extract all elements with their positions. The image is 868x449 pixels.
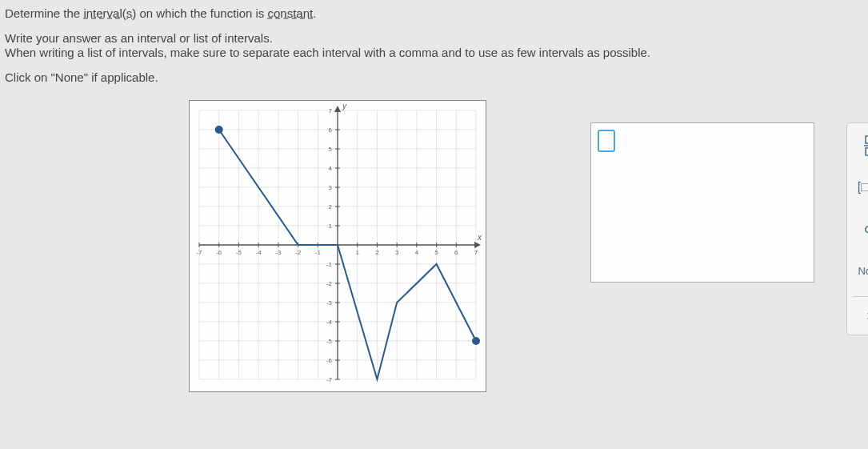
svg-text:-2: -2 [326, 280, 333, 287]
svg-text:1: 1 [355, 249, 359, 256]
text-frag: . [313, 6, 316, 20]
svg-text:6: 6 [454, 249, 458, 256]
svg-marker-32 [474, 242, 481, 248]
function-graph: -7-6-5-4-3-2-11234567-7-6-5-4-3-2-112345… [189, 100, 486, 392]
svg-text:-7: -7 [326, 376, 333, 383]
svg-text:5: 5 [434, 249, 438, 256]
infinity-tool[interactable]: ∞ [852, 213, 868, 245]
svg-point-93 [473, 338, 479, 344]
svg-text:-5: -5 [236, 249, 242, 256]
instruction-line-2: Write your answer as an interval or list… [5, 31, 868, 45]
svg-text:-3: -3 [275, 249, 282, 256]
svg-text:-4: -4 [326, 319, 333, 326]
svg-text:7: 7 [329, 107, 333, 114]
underline-constant: constant [268, 6, 314, 20]
underline-intervals: interval(s) [83, 6, 136, 20]
symbol-toolbox: [□,□] ∞ None × [846, 122, 868, 335]
fraction-tool[interactable] [852, 130, 868, 162]
answer-placeholder-chip[interactable] [598, 130, 615, 152]
svg-text:7: 7 [474, 249, 478, 256]
svg-text:4: 4 [415, 249, 419, 256]
text-frag: on which the function is [136, 6, 267, 20]
text-frag: Determine the [5, 6, 83, 20]
svg-text:1: 1 [329, 222, 333, 230]
svg-text:y: y [342, 102, 347, 110]
svg-text:-4: -4 [256, 249, 262, 256]
svg-text:-3: -3 [326, 299, 333, 307]
svg-text:-1: -1 [315, 249, 322, 256]
instruction-line-1: Determine the interval(s) on which the f… [5, 6, 868, 20]
svg-text:-6: -6 [326, 357, 333, 364]
svg-point-92 [216, 126, 222, 133]
svg-text:3: 3 [329, 184, 333, 191]
svg-text:-2: -2 [295, 249, 302, 256]
instruction-line-3: When writing a list of intervals, make s… [5, 46, 868, 59]
interval-tool[interactable]: [□,□] [852, 171, 868, 203]
svg-text:5: 5 [329, 146, 333, 153]
svg-text:2: 2 [329, 203, 333, 210]
svg-text:-5: -5 [326, 338, 333, 345]
none-tool[interactable]: None [852, 255, 868, 287]
svg-text:-6: -6 [216, 249, 222, 256]
svg-text:2: 2 [375, 249, 379, 256]
svg-marker-33 [334, 106, 341, 112]
answer-input-box[interactable] [590, 122, 814, 283]
instruction-line-4: Click on "None" if applicable. [5, 70, 868, 84]
svg-text:3: 3 [395, 249, 399, 256]
svg-text:-1: -1 [326, 261, 333, 268]
svg-text:-7: -7 [196, 249, 202, 256]
svg-text:x: x [477, 233, 482, 242]
svg-text:4: 4 [329, 165, 333, 172]
clear-tool[interactable]: × [852, 296, 868, 328]
svg-text:6: 6 [329, 126, 333, 134]
